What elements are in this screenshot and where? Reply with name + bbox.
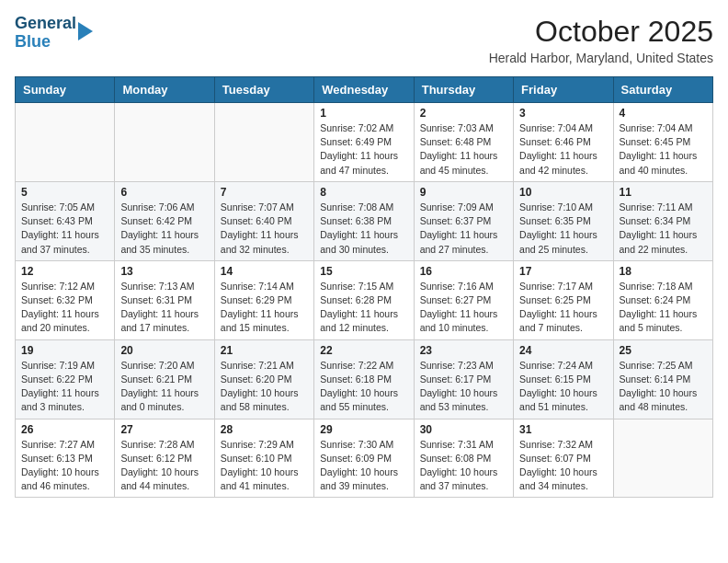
day-info: Sunrise: 7:30 AM Sunset: 6:09 PM Dayligh… bbox=[320, 438, 407, 494]
calendar-day-cell: 19Sunrise: 7:19 AM Sunset: 6:22 PM Dayli… bbox=[16, 339, 115, 419]
day-info: Sunrise: 7:27 AM Sunset: 6:13 PM Dayligh… bbox=[21, 438, 108, 494]
month-year-title: October 2025 bbox=[489, 15, 713, 49]
day-number: 7 bbox=[221, 186, 308, 199]
day-info: Sunrise: 7:12 AM Sunset: 6:32 PM Dayligh… bbox=[21, 280, 108, 336]
day-number: 11 bbox=[620, 186, 707, 199]
day-number: 20 bbox=[120, 344, 208, 357]
calendar-day-cell: 30Sunrise: 7:31 AM Sunset: 6:08 PM Dayli… bbox=[414, 419, 513, 498]
day-number: 15 bbox=[320, 265, 407, 278]
calendar-day-cell: 10Sunrise: 7:10 AM Sunset: 6:35 PM Dayli… bbox=[514, 181, 613, 260]
day-number: 28 bbox=[221, 423, 308, 436]
day-info: Sunrise: 7:04 AM Sunset: 6:46 PM Dayligh… bbox=[519, 121, 607, 178]
calendar-day-header: Tuesday bbox=[214, 77, 313, 103]
calendar-week-row: 26Sunrise: 7:27 AM Sunset: 6:13 PM Dayli… bbox=[16, 419, 713, 498]
day-number: 26 bbox=[21, 423, 108, 436]
day-number: 19 bbox=[21, 344, 108, 357]
title-section: October 2025 Herald Harbor, Maryland, Un… bbox=[489, 15, 713, 65]
calendar-day-cell: 14Sunrise: 7:14 AM Sunset: 6:29 PM Dayli… bbox=[214, 260, 313, 339]
calendar-day-cell: 6Sunrise: 7:06 AM Sunset: 6:42 PM Daylig… bbox=[115, 181, 214, 260]
day-info: Sunrise: 7:02 AM Sunset: 6:49 PM Dayligh… bbox=[320, 121, 407, 178]
calendar-day-cell: 20Sunrise: 7:20 AM Sunset: 6:21 PM Dayli… bbox=[115, 339, 214, 419]
logo-text: GeneralBlue bbox=[15, 15, 76, 52]
day-number: 13 bbox=[120, 265, 208, 278]
day-number: 14 bbox=[221, 265, 308, 278]
calendar-day-cell: 3Sunrise: 7:04 AM Sunset: 6:46 PM Daylig… bbox=[514, 103, 613, 182]
calendar-day-cell: 21Sunrise: 7:21 AM Sunset: 6:20 PM Dayli… bbox=[214, 339, 313, 419]
day-info: Sunrise: 7:13 AM Sunset: 6:31 PM Dayligh… bbox=[120, 280, 208, 336]
day-info: Sunrise: 7:06 AM Sunset: 6:42 PM Dayligh… bbox=[120, 201, 208, 257]
day-info: Sunrise: 7:29 AM Sunset: 6:10 PM Dayligh… bbox=[221, 438, 308, 494]
day-number: 4 bbox=[620, 107, 707, 120]
calendar-day-cell bbox=[214, 103, 313, 182]
day-number: 1 bbox=[320, 107, 407, 120]
day-number: 5 bbox=[21, 186, 108, 199]
day-info: Sunrise: 7:22 AM Sunset: 6:18 PM Dayligh… bbox=[320, 359, 407, 415]
calendar-day-cell: 11Sunrise: 7:11 AM Sunset: 6:34 PM Dayli… bbox=[613, 181, 712, 260]
day-number: 2 bbox=[420, 107, 507, 120]
day-number: 22 bbox=[320, 344, 407, 357]
day-info: Sunrise: 7:31 AM Sunset: 6:08 PM Dayligh… bbox=[420, 438, 507, 494]
calendar-day-header: Monday bbox=[115, 77, 214, 103]
calendar-day-cell: 17Sunrise: 7:17 AM Sunset: 6:25 PM Dayli… bbox=[514, 260, 613, 339]
day-info: Sunrise: 7:03 AM Sunset: 6:48 PM Dayligh… bbox=[420, 121, 507, 178]
calendar-day-cell: 8Sunrise: 7:08 AM Sunset: 6:38 PM Daylig… bbox=[314, 181, 414, 260]
day-info: Sunrise: 7:32 AM Sunset: 6:07 PM Dayligh… bbox=[519, 438, 607, 494]
day-number: 17 bbox=[519, 265, 607, 278]
calendar-day-header: Sunday bbox=[16, 77, 115, 103]
calendar-day-cell: 5Sunrise: 7:05 AM Sunset: 6:43 PM Daylig… bbox=[16, 181, 115, 260]
calendar-day-cell bbox=[16, 103, 115, 182]
calendar-day-cell: 12Sunrise: 7:12 AM Sunset: 6:32 PM Dayli… bbox=[16, 260, 115, 339]
calendar-week-row: 1Sunrise: 7:02 AM Sunset: 6:49 PM Daylig… bbox=[16, 103, 713, 182]
day-info: Sunrise: 7:11 AM Sunset: 6:34 PM Dayligh… bbox=[620, 201, 707, 257]
day-number: 6 bbox=[120, 186, 208, 199]
calendar-day-cell: 29Sunrise: 7:30 AM Sunset: 6:09 PM Dayli… bbox=[314, 419, 414, 498]
day-info: Sunrise: 7:07 AM Sunset: 6:40 PM Dayligh… bbox=[221, 201, 308, 257]
day-info: Sunrise: 7:20 AM Sunset: 6:21 PM Dayligh… bbox=[120, 359, 208, 415]
calendar-day-cell: 24Sunrise: 7:24 AM Sunset: 6:15 PM Dayli… bbox=[514, 339, 613, 419]
day-number: 29 bbox=[320, 423, 407, 436]
calendar-day-cell: 2Sunrise: 7:03 AM Sunset: 6:48 PM Daylig… bbox=[414, 103, 513, 182]
calendar-day-header: Saturday bbox=[613, 77, 712, 103]
day-number: 12 bbox=[21, 265, 108, 278]
calendar-day-cell: 31Sunrise: 7:32 AM Sunset: 6:07 PM Dayli… bbox=[514, 419, 613, 498]
calendar-day-cell: 26Sunrise: 7:27 AM Sunset: 6:13 PM Dayli… bbox=[16, 419, 115, 498]
day-info: Sunrise: 7:18 AM Sunset: 6:24 PM Dayligh… bbox=[620, 280, 707, 336]
calendar-day-cell: 22Sunrise: 7:22 AM Sunset: 6:18 PM Dayli… bbox=[314, 339, 414, 419]
day-number: 9 bbox=[420, 186, 507, 199]
day-number: 16 bbox=[420, 265, 507, 278]
calendar-week-row: 19Sunrise: 7:19 AM Sunset: 6:22 PM Dayli… bbox=[16, 339, 713, 419]
day-info: Sunrise: 7:10 AM Sunset: 6:35 PM Dayligh… bbox=[519, 201, 607, 257]
calendar-day-cell: 13Sunrise: 7:13 AM Sunset: 6:31 PM Dayli… bbox=[115, 260, 214, 339]
calendar-day-cell: 28Sunrise: 7:29 AM Sunset: 6:10 PM Dayli… bbox=[214, 419, 313, 498]
day-info: Sunrise: 7:23 AM Sunset: 6:17 PM Dayligh… bbox=[420, 359, 507, 415]
day-info: Sunrise: 7:25 AM Sunset: 6:14 PM Dayligh… bbox=[620, 359, 707, 415]
day-number: 31 bbox=[519, 423, 607, 436]
day-number: 8 bbox=[320, 186, 407, 199]
day-info: Sunrise: 7:05 AM Sunset: 6:43 PM Dayligh… bbox=[21, 201, 108, 257]
day-number: 27 bbox=[120, 423, 208, 436]
calendar-day-cell: 9Sunrise: 7:09 AM Sunset: 6:37 PM Daylig… bbox=[414, 181, 513, 260]
day-info: Sunrise: 7:24 AM Sunset: 6:15 PM Dayligh… bbox=[519, 359, 607, 415]
location-subtitle: Herald Harbor, Maryland, United States bbox=[489, 51, 713, 65]
day-number: 21 bbox=[221, 344, 308, 357]
calendar-day-cell: 4Sunrise: 7:04 AM Sunset: 6:45 PM Daylig… bbox=[613, 103, 712, 182]
calendar-day-cell: 15Sunrise: 7:15 AM Sunset: 6:28 PM Dayli… bbox=[314, 260, 414, 339]
calendar-day-cell: 18Sunrise: 7:18 AM Sunset: 6:24 PM Dayli… bbox=[613, 260, 712, 339]
calendar-day-cell bbox=[613, 419, 712, 498]
calendar-header-row: SundayMondayTuesdayWednesdayThursdayFrid… bbox=[16, 77, 713, 103]
day-info: Sunrise: 7:17 AM Sunset: 6:25 PM Dayligh… bbox=[519, 280, 607, 336]
day-number: 30 bbox=[420, 423, 507, 436]
calendar-table: SundayMondayTuesdayWednesdayThursdayFrid… bbox=[15, 76, 713, 498]
day-info: Sunrise: 7:09 AM Sunset: 6:37 PM Dayligh… bbox=[420, 201, 507, 257]
calendar-day-cell: 27Sunrise: 7:28 AM Sunset: 6:12 PM Dayli… bbox=[115, 419, 214, 498]
calendar-day-cell: 25Sunrise: 7:25 AM Sunset: 6:14 PM Dayli… bbox=[613, 339, 712, 419]
calendar-week-row: 12Sunrise: 7:12 AM Sunset: 6:32 PM Dayli… bbox=[16, 260, 713, 339]
calendar-day-cell bbox=[115, 103, 214, 182]
calendar-day-header: Thursday bbox=[414, 77, 513, 103]
day-number: 23 bbox=[420, 344, 507, 357]
day-info: Sunrise: 7:16 AM Sunset: 6:27 PM Dayligh… bbox=[420, 280, 507, 336]
day-number: 3 bbox=[519, 107, 607, 120]
day-info: Sunrise: 7:15 AM Sunset: 6:28 PM Dayligh… bbox=[320, 280, 407, 336]
calendar-day-header: Wednesday bbox=[314, 77, 414, 103]
logo-arrow-icon bbox=[78, 22, 93, 40]
